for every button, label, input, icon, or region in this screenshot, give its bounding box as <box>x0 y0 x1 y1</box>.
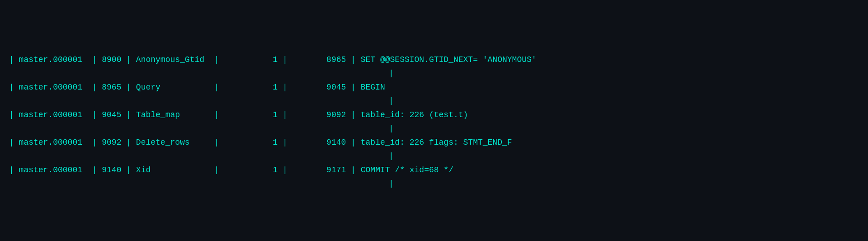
connector-line-2: | <box>9 95 859 107</box>
row-group-4: || master.000001 | 9140 | Xid | 1 | 9171… <box>9 151 859 178</box>
connector-line-1: | <box>9 68 859 79</box>
row-group-1: || master.000001 | 8965 | Query | 1 | 90… <box>9 68 859 95</box>
connector-line-4: | <box>9 151 859 162</box>
row-group-2: || master.000001 | 9045 | Table_map | 1 … <box>9 95 859 123</box>
table-row: | master.000001 | 8900 | Anonymous_Gtid … <box>9 52 859 68</box>
table-row: | master.000001 | 8965 | Query | 1 | 904… <box>9 79 859 95</box>
table-row: | master.000001 | 9140 | Xid | 1 | 9171 … <box>9 162 859 178</box>
trailing-connector: | <box>9 178 859 189</box>
table-row: | master.000001 | 9092 | Delete_rows | 1… <box>9 134 859 151</box>
connector-line-3: | <box>9 123 859 134</box>
row-group-0: | master.000001 | 8900 | Anonymous_Gtid … <box>9 52 859 68</box>
terminal-output: | master.000001 | 8900 | Anonymous_Gtid … <box>0 0 868 241</box>
table-row: | master.000001 | 9045 | Table_map | 1 |… <box>9 107 859 123</box>
row-group-3: || master.000001 | 9092 | Delete_rows | … <box>9 123 859 151</box>
